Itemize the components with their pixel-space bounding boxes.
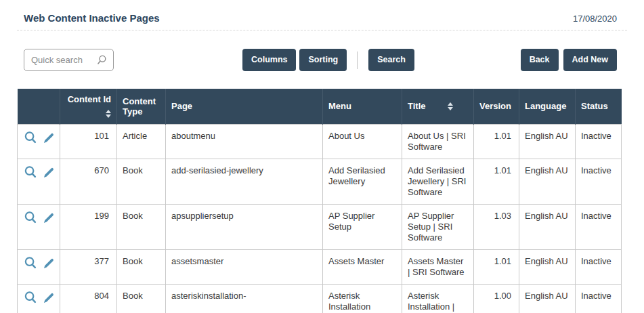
cell-content-type: Article xyxy=(117,124,166,159)
toolbar-divider xyxy=(357,51,358,69)
view-icon[interactable] xyxy=(23,165,39,180)
cell-language: English AU xyxy=(519,159,576,204)
cell-page: asteriskinstallation- xyxy=(166,284,323,313)
cell-page: add-serilasied-jewellery xyxy=(166,159,323,204)
page-date: 17/08/2020 xyxy=(573,14,617,24)
back-button[interactable]: Back xyxy=(521,49,559,71)
toolbar: Columns Sorting Search Back Add New xyxy=(0,49,644,72)
edit-icon[interactable] xyxy=(41,291,56,306)
view-icon[interactable] xyxy=(23,290,39,306)
quick-search xyxy=(24,49,114,71)
columns-button[interactable]: Columns xyxy=(242,49,296,71)
cell-menu: Add Serilasied Jewellery xyxy=(323,159,402,204)
sort-icon[interactable] xyxy=(106,110,111,118)
edit-icon[interactable] xyxy=(41,166,56,180)
cell-status: Inactive xyxy=(576,284,622,313)
cell-language: English AU xyxy=(519,249,576,284)
cell-title: Assets Master | SRI Software xyxy=(402,249,474,284)
row-actions xyxy=(18,249,60,284)
quick-search-input[interactable] xyxy=(24,49,114,71)
cell-content-id: 101 xyxy=(60,124,117,159)
table-row: 377BookassetsmasterAssets MasterAssets M… xyxy=(18,249,622,284)
cell-menu: Asterisk Installation xyxy=(323,284,402,313)
header-language: Language xyxy=(519,89,576,124)
table-row: 804Bookasteriskinstallation-Asterisk Ins… xyxy=(18,284,622,313)
cell-status: Inactive xyxy=(576,124,622,159)
cell-title: Asterisk Installation | SRI Software xyxy=(402,284,474,313)
cell-version: 1.01 xyxy=(474,159,519,204)
cell-menu: Assets Master xyxy=(323,249,402,284)
view-icon[interactable] xyxy=(23,255,39,271)
cell-content-type: Book xyxy=(117,249,166,284)
header-content-type: Content Type xyxy=(117,89,166,124)
table-row: 670Bookadd-serilasied-jewelleryAdd Seril… xyxy=(18,159,622,204)
table-row: 101ArticleaboutmenuAbout UsAbout Us | SR… xyxy=(18,124,622,159)
header-version: Version xyxy=(474,89,519,124)
cell-version: 1.01 xyxy=(474,124,519,159)
cell-language: English AU xyxy=(519,284,576,313)
cell-language: English AU xyxy=(519,204,576,249)
cell-title: Add Serilasied Jewellery | SRI Software xyxy=(402,159,474,204)
cell-content-id: 199 xyxy=(60,204,117,249)
header-status: Status xyxy=(576,89,622,124)
cell-page: aboutmenu xyxy=(166,124,323,159)
content-table: Content Id Content Type Page Menu Title … xyxy=(17,89,622,313)
header-actions xyxy=(18,89,60,124)
cell-content-type: Book xyxy=(117,159,166,204)
cell-version: 1.03 xyxy=(474,204,519,249)
cell-content-id: 670 xyxy=(60,159,117,204)
table-row: 199BookapsuppliersetupAP Supplier SetupA… xyxy=(18,204,622,249)
cell-menu: About Us xyxy=(323,124,402,159)
cell-menu: AP Supplier Setup xyxy=(323,204,402,249)
cell-title: AP Supplier Setup | SRI Software xyxy=(402,204,474,249)
header-menu: Menu xyxy=(323,89,402,124)
cell-title: About Us | SRI Software xyxy=(402,124,474,159)
sort-icon[interactable] xyxy=(448,102,453,110)
header-page: Page xyxy=(166,89,323,124)
edit-icon[interactable] xyxy=(41,131,56,146)
cell-page: assetsmaster xyxy=(166,249,323,284)
cell-content-id: 377 xyxy=(60,249,117,284)
edit-icon[interactable] xyxy=(41,211,56,226)
cell-content-id: 804 xyxy=(60,284,117,313)
table-header: Content Id Content Type Page Menu Title … xyxy=(18,89,622,124)
search-button[interactable]: Search xyxy=(368,49,414,71)
title-separator xyxy=(17,30,627,30)
cell-content-type: Book xyxy=(117,284,166,313)
cell-page: apsuppliersetup xyxy=(166,204,323,249)
cell-language: English AU xyxy=(519,124,576,159)
topbar: Web Content Inactive Pages 17/08/2020 xyxy=(24,12,617,24)
cell-content-type: Book xyxy=(117,204,166,249)
row-actions xyxy=(18,124,60,159)
page-title: Web Content Inactive Pages xyxy=(24,12,160,24)
view-icon[interactable] xyxy=(23,130,39,146)
cell-version: 1.01 xyxy=(474,249,519,284)
toolbar-center-group: Columns Sorting Search xyxy=(242,49,418,71)
cell-status: Inactive xyxy=(576,159,622,204)
cell-status: Inactive xyxy=(576,249,622,284)
cell-status: Inactive xyxy=(576,204,622,249)
toolbar-right-group: Back Add New xyxy=(516,49,617,71)
add-new-button[interactable]: Add New xyxy=(563,49,617,71)
table-body: 101ArticleaboutmenuAbout UsAbout Us | SR… xyxy=(18,124,622,313)
row-actions xyxy=(18,284,60,313)
edit-icon[interactable] xyxy=(41,257,56,271)
view-icon[interactable] xyxy=(23,210,39,226)
sorting-button[interactable]: Sorting xyxy=(299,49,347,71)
header-content-id[interactable]: Content Id xyxy=(60,89,117,124)
row-actions xyxy=(18,159,60,204)
cell-version: 1.00 xyxy=(474,284,519,313)
header-title[interactable]: Title xyxy=(402,89,474,124)
row-actions xyxy=(18,204,60,249)
